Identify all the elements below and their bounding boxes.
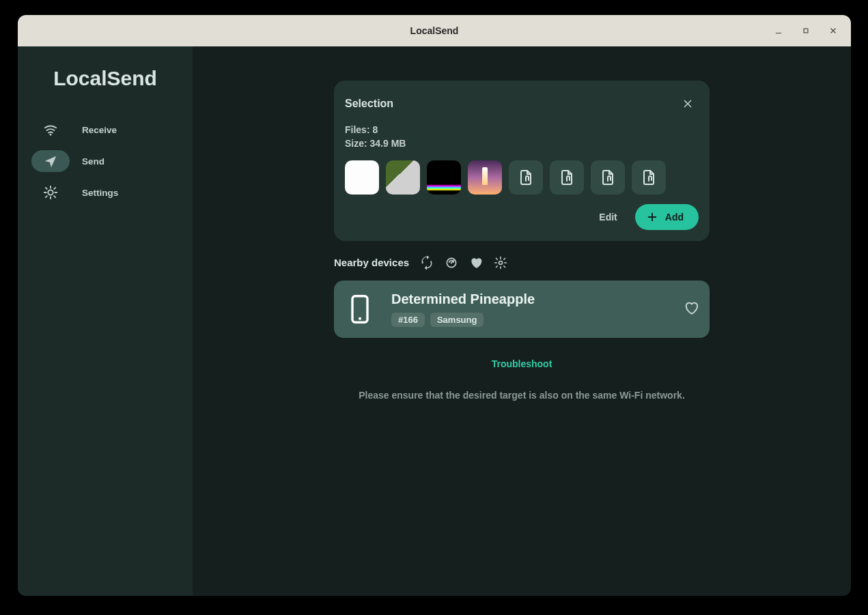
radar-icon <box>445 256 458 270</box>
selection-actions: Edit Add <box>345 204 699 230</box>
gear-icon <box>43 185 58 200</box>
scan-devices-button[interactable] <box>445 256 458 270</box>
add-button-label: Add <box>665 212 684 223</box>
nearby-devices-header: Nearby devices <box>334 256 710 270</box>
favorites-button[interactable] <box>469 256 483 270</box>
device-info: Determined Pineapple #166 Samsung <box>391 291 667 327</box>
sidebar-item-label: Settings <box>82 188 182 198</box>
nearby-title: Nearby devices <box>334 257 409 268</box>
titlebar: LocalSend <box>18 15 851 46</box>
app-body: LocalSend Receive Send Settings <box>18 46 851 596</box>
file-attachment-icon <box>518 169 534 186</box>
selection-card: Selection Files: 8 Size: 34.9 MB <box>334 81 710 241</box>
edit-selection-button[interactable]: Edit <box>595 206 621 228</box>
sidebar-item-label: Send <box>82 156 182 167</box>
sidebar-item-settings[interactable]: Settings <box>22 177 188 208</box>
selection-title: Selection <box>345 98 393 110</box>
file-thumbnail[interactable] <box>632 160 666 195</box>
device-id-tag: #166 <box>391 313 425 327</box>
svg-point-5 <box>359 317 361 319</box>
plus-icon <box>646 211 658 223</box>
minimize-icon <box>774 26 783 35</box>
device-name: Determined Pineapple <box>391 291 667 307</box>
file-thumbnail[interactable] <box>591 160 625 195</box>
file-thumbnail[interactable] <box>345 160 379 195</box>
file-thumbnail[interactable] <box>468 160 502 195</box>
sidebar: LocalSend Receive Send Settings <box>18 46 193 596</box>
files-count: Files: 8 <box>345 123 699 137</box>
file-thumbnail[interactable] <box>427 160 461 195</box>
window-controls <box>765 15 847 46</box>
phone-icon <box>348 294 372 324</box>
device-tags: #166 Samsung <box>391 313 667 327</box>
sidebar-item-receive[interactable]: Receive <box>22 115 188 145</box>
file-attachment-icon <box>559 169 575 186</box>
device-type-icon-wrap <box>345 294 375 324</box>
close-window-button[interactable] <box>820 15 847 46</box>
device-brand-tag: Samsung <box>430 313 484 327</box>
add-files-button[interactable]: Add <box>635 204 699 230</box>
nav-icon-wrap <box>31 182 70 203</box>
gear-icon <box>494 256 507 270</box>
file-attachment-icon <box>600 169 616 186</box>
svg-point-2 <box>451 261 453 263</box>
app-title: LocalSend <box>18 67 193 90</box>
wifi-icon <box>43 122 58 137</box>
file-thumbnail[interactable] <box>386 160 420 195</box>
maximize-button[interactable] <box>792 15 820 46</box>
selection-header: Selection <box>345 93 699 115</box>
clear-selection-button[interactable] <box>677 93 699 115</box>
close-icon <box>682 98 694 110</box>
favorite-device-button[interactable] <box>684 300 699 318</box>
file-thumbnails <box>345 160 699 195</box>
maximize-icon <box>801 26 811 35</box>
files-size: Size: 34.9 MB <box>345 137 699 150</box>
nav-icon-wrap <box>31 150 70 172</box>
app-window: LocalSend LocalSend Receive <box>18 15 851 596</box>
heart-icon <box>469 256 483 270</box>
main-content: Selection Files: 8 Size: 34.9 MB <box>193 46 851 596</box>
file-thumbnail[interactable] <box>550 160 584 195</box>
minimize-button[interactable] <box>765 15 792 46</box>
file-attachment-icon <box>641 169 657 186</box>
send-icon <box>43 154 58 169</box>
device-card[interactable]: Determined Pineapple #166 Samsung <box>334 281 710 338</box>
network-hint: Please ensure that the desired target is… <box>359 390 685 401</box>
troubleshoot-link[interactable]: Troubleshoot <box>492 358 552 369</box>
nearby-settings-button[interactable] <box>494 256 507 270</box>
heart-outline-icon <box>684 300 699 315</box>
refresh-devices-button[interactable] <box>420 256 434 270</box>
svg-point-1 <box>50 134 52 136</box>
svg-point-3 <box>499 261 503 264</box>
selection-stats: Files: 8 Size: 34.9 MB <box>345 123 699 151</box>
sidebar-item-label: Receive <box>82 125 182 135</box>
sync-icon <box>420 256 434 270</box>
sidebar-item-send[interactable]: Send <box>22 146 188 176</box>
window-title: LocalSend <box>410 25 459 36</box>
nav-icon-wrap <box>31 119 70 141</box>
svg-rect-0 <box>804 29 808 33</box>
close-icon <box>828 26 838 35</box>
file-thumbnail[interactable] <box>509 160 543 195</box>
